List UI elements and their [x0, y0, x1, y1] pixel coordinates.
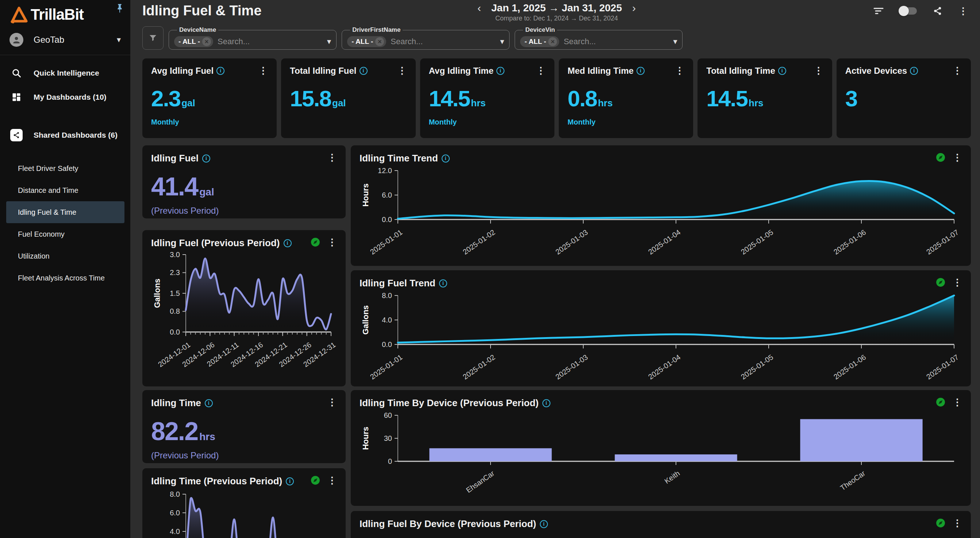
filter-search-input[interactable]: [218, 37, 323, 46]
kebab-menu-icon[interactable]: ⋮: [953, 518, 962, 528]
sidebar-item-idling-fuel-time[interactable]: Idling Fuel & Time: [6, 201, 124, 223]
info-icon[interactable]: i: [283, 239, 292, 247]
svg-text:0.0: 0.0: [382, 340, 392, 348]
top-bar: Idling Fuel & Time ‹ Jan 1, 2025 → Jan 3…: [142, 0, 971, 22]
filter-chip[interactable]: - ALL - ✕: [174, 36, 213, 47]
filter-lines-icon[interactable]: [873, 6, 884, 15]
theme-toggle[interactable]: [900, 7, 917, 14]
kebab-menu-icon[interactable]: ⋮: [328, 476, 337, 485]
filter-chip[interactable]: - ALL - ✕: [347, 36, 386, 47]
idling-time-by-device-chart: 03060HoursEhsanCarKeithTheoCar: [360, 410, 962, 496]
kebab-menu-icon[interactable]: ⋮: [328, 398, 337, 407]
chip-label: - ALL -: [178, 38, 200, 46]
info-icon[interactable]: i: [778, 67, 786, 75]
filter-search-input[interactable]: [391, 37, 496, 46]
filter-devicename: DeviceName - ALL - ✕ ▾: [169, 26, 337, 49]
info-icon[interactable]: i: [496, 67, 504, 75]
card-title: Idling Time By Device (Previous Period): [360, 398, 539, 409]
svg-text:0.8: 0.8: [170, 307, 180, 315]
idling-fuel-previous-period-chart: 0.00.81.52.33.0Gallons2024-12-012024-12-…: [151, 249, 337, 373]
kebab-menu-icon[interactable]: ⋮: [536, 66, 546, 75]
svg-text:Gallons: Gallons: [153, 279, 162, 308]
svg-text:8.0: 8.0: [170, 490, 180, 498]
prev-period-button[interactable]: ‹: [476, 3, 482, 13]
chevron-down-icon[interactable]: ▾: [673, 37, 677, 46]
kpi-title: Total Idling Time: [706, 66, 775, 76]
filter-search-input[interactable]: [563, 37, 669, 46]
info-icon[interactable]: i: [286, 477, 294, 485]
card-title: Idling Fuel By Device (Previous Period): [360, 518, 536, 530]
pin-icon[interactable]: [116, 4, 124, 13]
row-3: Idling Timei⋮ 82.2hrs (Previous Period) …: [142, 390, 971, 538]
kpi-row: Avg Idling Fueli⋮ 2.3gal Monthly Total I…: [142, 58, 971, 138]
svg-text:2025-01-03: 2025-01-03: [554, 353, 589, 381]
info-icon[interactable]: i: [910, 67, 918, 75]
sidebar-item-my-dashboards[interactable]: My Dashboards (10): [0, 85, 130, 109]
sidebar-item-shared-dashboards[interactable]: Shared Dashboards (6): [0, 123, 130, 147]
svg-text:2025-01-01: 2025-01-01: [369, 353, 404, 381]
filter-label: DeviceVin: [523, 26, 557, 34]
workspace-selector[interactable]: GeoTab ▾: [0, 27, 130, 55]
info-icon[interactable]: i: [542, 399, 550, 407]
kebab-menu-icon[interactable]: ⋮: [953, 278, 962, 287]
chip-remove-icon[interactable]: ✕: [548, 37, 557, 46]
chip-remove-icon[interactable]: ✕: [202, 37, 211, 46]
chevron-down-icon[interactable]: ▾: [117, 35, 121, 45]
main-content: Idling Fuel & Time ‹ Jan 1, 2025 → Jan 3…: [130, 0, 980, 538]
sidebar-item-utilization[interactable]: Utilization: [6, 245, 124, 267]
info-icon[interactable]: i: [360, 67, 368, 75]
person-icon: [12, 35, 21, 45]
chevron-down-icon[interactable]: ▾: [327, 37, 331, 46]
kebab-menu-icon[interactable]: ⋮: [258, 66, 268, 75]
filter-bar: DeviceName - ALL - ✕ ▾ DriverFirstName -…: [142, 26, 971, 49]
info-icon[interactable]: i: [202, 155, 210, 163]
chip-remove-icon[interactable]: ✕: [375, 37, 384, 46]
kebab-menu-icon[interactable]: ⋮: [328, 238, 337, 247]
sidebar-item-fleet-analysis-across-time[interactable]: Fleet Analysis Across Time: [6, 267, 124, 289]
kebab-menu-icon[interactable]: ⋮: [958, 6, 968, 16]
kebab-menu-icon[interactable]: ⋮: [328, 153, 337, 162]
top-actions: ⋮: [873, 6, 968, 16]
svg-text:4.0: 4.0: [382, 316, 392, 324]
info-icon[interactable]: i: [439, 279, 447, 287]
kebab-menu-icon[interactable]: ⋮: [953, 153, 962, 162]
stat-sublabel: (Previous Period): [151, 450, 337, 461]
info-icon[interactable]: i: [540, 520, 548, 528]
dashboard-list: Fleet Driver Safety Distance and Time Id…: [0, 157, 130, 289]
info-icon[interactable]: i: [205, 399, 213, 407]
svg-text:Hours: Hours: [361, 184, 370, 207]
sidebar-item-quick-intelligence[interactable]: Quick Intelligence: [0, 61, 130, 85]
svg-text:6.0: 6.0: [382, 191, 392, 199]
sidebar-item-fuel-economy[interactable]: Fuel Economy: [6, 223, 124, 245]
kebab-menu-icon[interactable]: ⋮: [398, 66, 407, 75]
sidebar-item-fleet-driver-safety[interactable]: Fleet Driver Safety: [6, 157, 124, 179]
sidebar-item-distance-and-time[interactable]: Distance and Time: [6, 179, 124, 201]
kpi-title: Total Idling Fuel: [290, 66, 356, 76]
kpi-unit: gal: [181, 97, 195, 109]
sidebar-nav: Quick Intelligence My Dashboards (10) Sh…: [0, 55, 130, 147]
card-title: Idling Fuel (Previous Period): [151, 238, 280, 249]
filter-chip[interactable]: - ALL - ✕: [520, 36, 559, 47]
share-icon[interactable]: [933, 6, 942, 16]
kebab-menu-icon[interactable]: ⋮: [953, 398, 962, 407]
next-period-button[interactable]: ›: [631, 3, 637, 13]
kpi-sublabel: Monthly: [568, 118, 684, 126]
idling-time-previous-period-card: Idling Time (Previous Period)i ⋮ 0.02.04…: [142, 468, 346, 538]
chevron-down-icon[interactable]: ▾: [500, 37, 504, 46]
date-range[interactable]: Jan 1, 2025 → Jan 31, 2025: [491, 2, 622, 14]
kebab-menu-icon[interactable]: ⋮: [675, 66, 684, 75]
logo-text: TrillaBit: [31, 6, 84, 23]
filter-funnel-button[interactable]: [142, 26, 164, 49]
dashboard-link-label: Idling Fuel & Time: [18, 208, 76, 217]
svg-text:6.0: 6.0: [170, 509, 180, 517]
kpi-title: Avg Idling Fuel: [151, 66, 213, 76]
kpi-sublabel: Monthly: [429, 118, 546, 126]
info-icon[interactable]: i: [636, 67, 644, 75]
avatar: [10, 33, 23, 47]
info-icon[interactable]: i: [216, 67, 224, 75]
svg-text:4.0: 4.0: [170, 527, 180, 535]
kebab-menu-icon[interactable]: ⋮: [953, 66, 962, 75]
kebab-menu-icon[interactable]: ⋮: [814, 66, 823, 75]
svg-text:2025-01-02: 2025-01-02: [461, 353, 496, 381]
info-icon[interactable]: i: [442, 155, 450, 163]
